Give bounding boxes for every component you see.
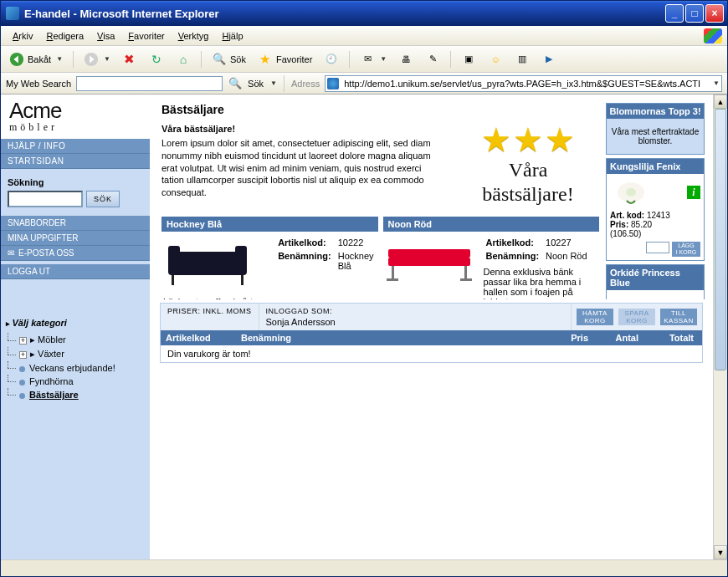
product-card: Noon Röd Artikelko [383, 217, 600, 299]
tree-item-fynd[interactable]: Fyndhörna [8, 375, 145, 388]
menu-favoriter[interactable]: Favoriter [121, 28, 171, 43]
refresh-button[interactable]: ↻ [146, 50, 167, 69]
promo-box: Blommornas Topp 3! Våra mest eftertrakta… [606, 103, 705, 155]
checkout-button[interactable]: TILLKASSAN [660, 309, 697, 325]
product-code: 10227 [543, 237, 590, 248]
svg-rect-11 [387, 278, 398, 281]
sidebar-link-help[interactable]: HJÄLP / INFO [1, 139, 150, 154]
scroll-thumb[interactable] [715, 109, 726, 370]
back-label: Bakåt [28, 54, 51, 64]
menu-visa[interactable]: Visa [90, 28, 121, 43]
stop-button[interactable]: ✖ [119, 50, 141, 69]
my-web-search-label: My Web Search [6, 79, 71, 89]
product-name: Hockney Blå [336, 250, 377, 272]
intro-text: Våra bästsäljare! Lorem ipsum dolor sit … [161, 123, 440, 205]
svg-rect-6 [241, 275, 244, 285]
my-web-search-input[interactable] [76, 76, 223, 91]
status-bar [1, 559, 727, 576]
sidebar-link-uppgifter[interactable]: MINA UPPGIFTER [1, 231, 150, 246]
misc-button-4[interactable]: ▶ [538, 50, 560, 69]
address-bar: My Web Search 🔍 Sök▼ Adress ▼ [1, 73, 727, 94]
tree-item-vaxter[interactable]: +▸ Växter [8, 347, 145, 361]
mail-button[interactable]: ✉▼ [356, 50, 390, 69]
forward-button[interactable]: ▼ [80, 50, 114, 69]
forward-icon [84, 52, 99, 67]
tree-item-veckans[interactable]: Veckans erbjudande! [8, 361, 145, 375]
back-button[interactable]: Bakåt ▼ [6, 50, 66, 69]
url-input[interactable] [341, 76, 711, 91]
sidebar-link-logout[interactable]: LOGGA UT [1, 264, 150, 279]
tree-item-mobler[interactable]: +▸ Möbler [8, 333, 145, 347]
expand-icon[interactable]: + [19, 337, 27, 345]
mail-icon: ✉ [360, 52, 375, 67]
svg-rect-2 [168, 252, 247, 275]
home-button[interactable]: ⌂ [172, 50, 194, 69]
svg-rect-8 [388, 249, 470, 258]
star-icon: ★ [545, 123, 575, 156]
ie-icon [6, 7, 19, 20]
product-card: Hockney Blå Läckraste soffan i vårt sort… [161, 217, 378, 299]
chevron-down-icon[interactable]: ▼ [713, 79, 720, 87]
menu-verktyg[interactable]: Verktyg [172, 28, 216, 43]
search-button[interactable]: 🔍Sök [208, 50, 249, 69]
print-icon: 🖶 [398, 52, 413, 67]
search-heading: Sökning [8, 177, 143, 187]
misc-button-1[interactable]: ▣ [458, 50, 479, 69]
rail-product: Orkidé Princess Blue i Art. kod: 12342 P… [606, 264, 705, 299]
windows-flag-icon [704, 28, 722, 43]
star-icon: ★ [513, 123, 543, 156]
cart-empty-message: Din varukorg är tom! [161, 345, 702, 362]
add-to-cart-button[interactable]: LÄGGI KORG [672, 242, 700, 257]
expand-icon[interactable]: + [19, 351, 27, 359]
rail-product: Kungslilja Fenix i Art. kod: 12413 Pris:… [606, 158, 705, 261]
chevron-down-icon: ▼ [104, 55, 110, 63]
product-desc: Läckraste soffan i vårt sortiment. [161, 294, 267, 299]
sidebar-link-start[interactable]: STARTSIDAN [1, 154, 150, 169]
menubar: Arkiv Redigera Visa Favoriter Verktyg Hj… [1, 26, 727, 46]
cart-strip: PRISER: INKL. MOMS INLOGGAD SOM: Sonja A… [160, 303, 703, 363]
product-image [161, 235, 254, 294]
flower-image [610, 177, 652, 207]
sidebar: Acme möbler HJÄLP / INFO STARTSIDAN Sökn… [1, 94, 150, 559]
history-icon: 🕘 [324, 52, 339, 67]
window-close-button[interactable]: × [705, 4, 724, 23]
bullet-icon [19, 393, 25, 399]
print-button[interactable]: 🖶 [395, 50, 417, 69]
menu-arkiv[interactable]: Arkiv [6, 28, 39, 43]
favorites-button[interactable]: ★Favoriter [254, 50, 315, 69]
sidebar-search-button[interactable]: SÖK [86, 191, 120, 207]
scroll-up-button[interactable]: ▲ [714, 94, 727, 109]
history-button[interactable]: 🕘 [320, 50, 342, 69]
product-desc: Denna exklusiva bänk passar lika bra hem… [482, 263, 600, 299]
bullet-icon [19, 366, 25, 372]
window-minimize-button[interactable]: _ [665, 4, 684, 23]
refresh-icon: ↻ [149, 52, 164, 67]
tree-item-bastsaljare[interactable]: Bästsäljare [8, 388, 145, 401]
menu-hjalp[interactable]: Hjälp [215, 28, 249, 43]
edit-button[interactable]: ✎ [422, 50, 443, 69]
menu-redigera[interactable]: Redigera [39, 28, 90, 43]
load-cart-button[interactable]: HÄMTAKORG [577, 309, 613, 325]
sok-label[interactable]: Sök [248, 79, 264, 89]
chevron-down-icon: ▼ [56, 55, 63, 63]
flower-image [610, 294, 652, 299]
sidebar-link-eposta[interactable]: ✉E-POSTA OSS [1, 246, 150, 261]
misc-button-3[interactable]: ▥ [511, 50, 533, 69]
rail-product-heading: Kungslilja Fenix [607, 159, 704, 174]
product-heading: Hockney Blå [161, 217, 378, 232]
promo-body: Våra mest eftertraktade blomster. [607, 119, 704, 154]
home-icon: ⌂ [176, 52, 191, 67]
url-field-wrapper[interactable]: ▼ [325, 75, 722, 92]
scroll-down-button[interactable]: ▼ [714, 545, 727, 559]
misc-button-2[interactable]: ☺ [484, 50, 506, 69]
product-code: 10222 [336, 237, 377, 248]
info-icon[interactable]: i [687, 186, 700, 199]
window-maximize-button[interactable]: □ [685, 4, 704, 23]
scroll-track[interactable] [714, 109, 727, 545]
quantity-input[interactable] [646, 242, 669, 253]
vertical-scrollbar[interactable]: ▲ ▼ [713, 94, 727, 559]
save-cart-button[interactable]: SPARAKORG [618, 309, 655, 325]
sidebar-link-snabborder[interactable]: SNABBORDER [1, 216, 150, 231]
sidebar-search-input[interactable] [8, 191, 83, 207]
prices-label: PRISER: INKL. MOMS [161, 304, 259, 330]
